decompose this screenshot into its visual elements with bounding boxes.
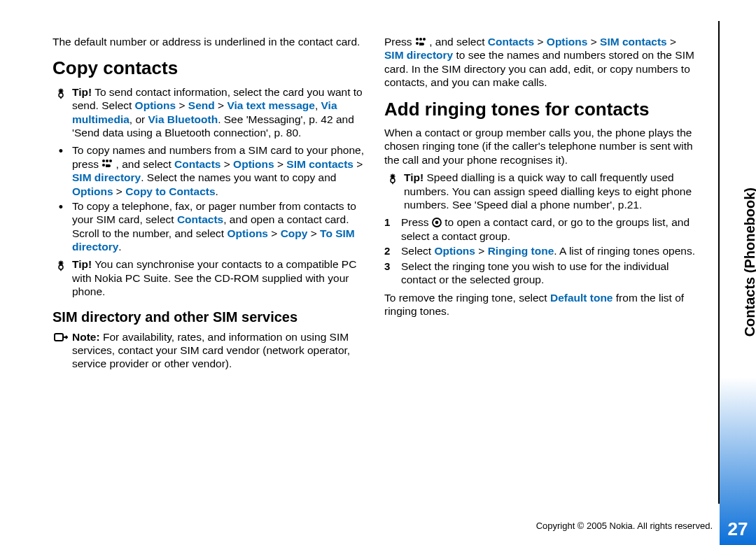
step-number: 2 (384, 244, 398, 258)
step-2: 2 Select Options > Ringing tone. A list … (384, 244, 696, 258)
svg-point-11 (423, 38, 426, 41)
side-rule (718, 21, 720, 504)
section-tab: Contacts (Phonebook) (728, 34, 742, 187)
sim-directory-paragraph: Press , and select Contacts > Options > … (384, 35, 696, 90)
tip-icon (52, 257, 69, 274)
svg-point-9 (416, 38, 419, 41)
bullet-icon: • (52, 199, 69, 213)
menu-key-icon (415, 37, 426, 49)
right-column: Press , and select Contacts > Options > … (384, 35, 696, 375)
bullet-icon: • (52, 143, 69, 157)
menu-key-icon (102, 159, 113, 171)
svg-point-12 (416, 42, 419, 45)
svg-point-16 (435, 221, 439, 225)
ringing-intro: When a contact or group member calls you… (384, 126, 696, 167)
svg-rect-14 (392, 183, 393, 184)
tip-pc-suite: Tip! You can synchronise your contacts t… (52, 257, 365, 298)
tip-icon (52, 85, 69, 101)
joystick-icon (432, 218, 442, 229)
page-number-box: 27 (720, 513, 756, 545)
svg-rect-1 (60, 97, 62, 99)
tip-label: Tip! (404, 171, 424, 183)
tip-speed-dial: Tip! Speed dialling is a quick way to ca… (384, 171, 696, 211)
tip-label: Tip! (72, 86, 92, 98)
tip-send-contact: Tip! To send contact information, select… (52, 85, 365, 140)
tip-label: Tip! (72, 258, 92, 270)
left-column: The default number or address is underli… (52, 35, 365, 375)
svg-point-5 (102, 164, 105, 167)
bullet-sim-to-phone: • To copy names and numbers from a SIM c… (52, 143, 365, 198)
page-body: The default number or address is underli… (52, 35, 696, 375)
step-1: 1 Press to open a contact card, or go to… (384, 215, 696, 243)
bullet-phone-to-sim: • To copy a telephone, fax, or pager num… (52, 199, 365, 254)
note-sim-services: Note: For availability, rates, and infor… (52, 330, 365, 371)
intro-paragraph: The default number or address is underli… (52, 35, 365, 48)
copy-bullets: • To copy names and numbers from a SIM c… (52, 143, 365, 253)
svg-point-3 (106, 160, 108, 162)
page-number: 27 (728, 518, 748, 540)
step-number: 3 (384, 260, 398, 274)
step-3: 3 Select the ringing tone you wish to us… (384, 260, 696, 287)
tip-icon (384, 171, 401, 187)
copyright-text: Copyright © 2005 Nokia. All rights reser… (536, 521, 713, 531)
step-number: 1 (384, 215, 398, 229)
section-tab-label: Contacts (Phonebook) (742, 187, 756, 337)
svg-point-10 (419, 38, 422, 41)
note-label: Note: (72, 331, 100, 343)
remove-ringing-paragraph: To remove the ringing tone, select Defau… (384, 291, 696, 318)
heading-ringing-tones: Add ringing tones for contacts (384, 98, 696, 121)
heading-copy-contacts: Copy contacts (52, 57, 365, 80)
svg-point-4 (109, 160, 112, 162)
note-icon (52, 330, 69, 345)
svg-rect-8 (55, 334, 63, 341)
ringing-steps: 1 Press to open a contact card, or go to… (384, 215, 696, 286)
heading-sim-directory: SIM directory and other SIM services (52, 309, 365, 326)
svg-point-2 (102, 160, 105, 162)
svg-rect-7 (60, 269, 62, 271)
